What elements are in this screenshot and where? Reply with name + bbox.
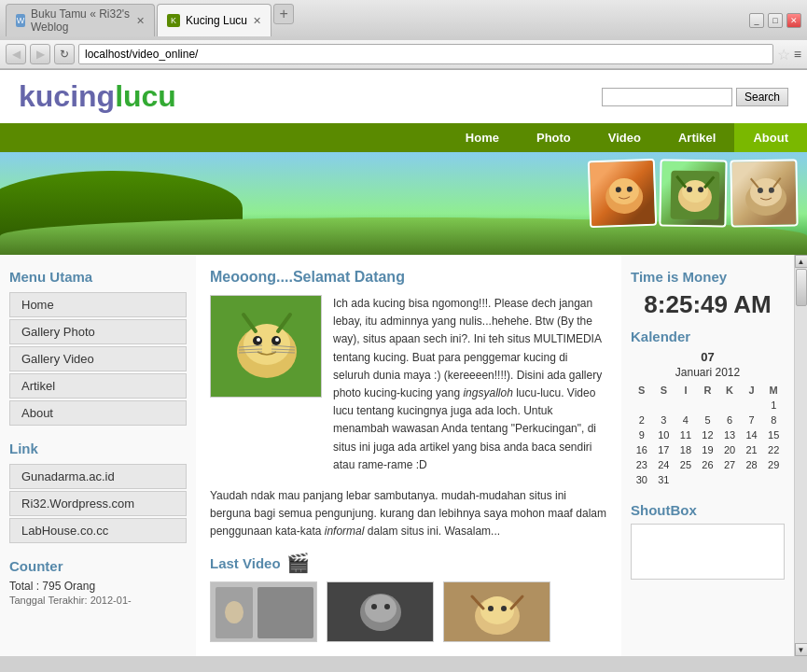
address-bar[interactable] bbox=[78, 44, 773, 64]
cal-week-5: 23242526272829 bbox=[631, 457, 785, 472]
last-video-title: Last Video 🎬 bbox=[210, 552, 607, 574]
tab-1-favicon: W bbox=[16, 14, 25, 27]
cal-header-2: I bbox=[675, 383, 697, 398]
scroll-up-button[interactable]: ▲ bbox=[795, 255, 808, 268]
video-thumb-1[interactable] bbox=[210, 581, 317, 642]
content-title: Meooong....Selamat Datang bbox=[210, 269, 607, 286]
cat-photo-2 bbox=[661, 161, 725, 225]
right-sidebar: Time is Money 8:25:49 AM Kalender 07 Jan… bbox=[621, 255, 794, 656]
close-button[interactable]: ✕ bbox=[786, 13, 801, 28]
shoutbox-area[interactable] bbox=[631, 524, 785, 580]
sidebar-item-about[interactable]: About bbox=[9, 400, 187, 426]
calendar-month: Januari 2012 bbox=[631, 366, 785, 379]
cal-header-4: K bbox=[718, 383, 741, 398]
tools-icon[interactable]: ≡ bbox=[794, 47, 801, 62]
logo-lucu: lucu bbox=[115, 79, 176, 113]
tab-1-label: Buku Tamu « Ri32's Weblog bbox=[31, 7, 131, 34]
cal-header-3: R bbox=[697, 383, 719, 398]
svg-point-19 bbox=[275, 338, 279, 342]
cat-photo-1 bbox=[590, 161, 655, 226]
cal-header-6: M bbox=[762, 383, 785, 398]
tab-2-favicon: K bbox=[167, 14, 180, 27]
menu-section: Menu Utama Home Gallery Photo Gallery Vi… bbox=[9, 269, 187, 426]
time-display: 8:25:49 AM bbox=[631, 290, 785, 319]
cal-week-3: 9101112131415 bbox=[631, 427, 785, 442]
search-button[interactable]: Search bbox=[736, 88, 788, 106]
maximize-button[interactable]: □ bbox=[768, 13, 783, 28]
hero-banner bbox=[0, 152, 807, 255]
tab-1-close[interactable]: ✕ bbox=[136, 15, 145, 27]
cal-header-5: J bbox=[741, 383, 763, 398]
sidebar-item-home[interactable]: Home bbox=[9, 292, 187, 317]
scroll-track[interactable] bbox=[795, 268, 808, 643]
counter-total: Total : 795 Orang bbox=[9, 580, 187, 593]
website: kucinglucu Search Home Photo Video Artik… bbox=[0, 70, 807, 656]
hero-image-1 bbox=[588, 159, 657, 228]
calendar-table: S S I R K J M 1 bbox=[631, 383, 785, 487]
scrollbar[interactable]: ▲ ▼ bbox=[794, 255, 807, 656]
nav-bar: ◀ ▶ ↻ ☆ ≡ bbox=[0, 40, 807, 69]
nav-about[interactable]: About bbox=[734, 123, 807, 152]
content-text: Ich ada kucing bisa ngomong!!!. Please d… bbox=[333, 295, 607, 474]
link-ri32[interactable]: Ri32.Wordpress.com bbox=[9, 491, 187, 516]
content-body: Ich ada kucing bisa ngomong!!!. Please d… bbox=[210, 295, 607, 474]
video-thumb-2[interactable] bbox=[327, 581, 434, 642]
nav-photo[interactable]: Photo bbox=[518, 123, 590, 152]
cal-week-2: 2345678 bbox=[631, 413, 785, 427]
link-gunadarma[interactable]: Gunadarma.ac.id bbox=[9, 464, 187, 489]
search-input[interactable] bbox=[602, 88, 732, 106]
video-icon: 🎬 bbox=[286, 552, 310, 574]
svg-point-15 bbox=[243, 324, 290, 365]
svg-point-32 bbox=[365, 595, 397, 623]
cal-header-1: S bbox=[653, 383, 675, 398]
counter-section: Counter Total : 795 Orang Tanggal Terakh… bbox=[9, 558, 187, 606]
menu-title: Menu Utama bbox=[9, 269, 187, 285]
tab-2-label: Kucing Lucu bbox=[186, 14, 247, 27]
scroll-down-button[interactable]: ▼ bbox=[795, 643, 808, 656]
nav-video[interactable]: Video bbox=[590, 123, 660, 152]
header-search: Search bbox=[602, 88, 788, 106]
scroll-thumb[interactable] bbox=[796, 269, 807, 306]
hero-image-2 bbox=[659, 159, 727, 227]
tab-1[interactable]: W Buku Tamu « Ri32's Weblog ✕ bbox=[6, 4, 155, 36]
svg-point-39 bbox=[501, 606, 507, 611]
main-content: Meooong....Selamat Datang bbox=[196, 255, 621, 656]
forward-button[interactable]: ▶ bbox=[30, 44, 50, 64]
bookmark-icon[interactable]: ☆ bbox=[777, 46, 790, 63]
svg-point-34 bbox=[384, 604, 390, 609]
svg-point-38 bbox=[488, 606, 494, 611]
video-thumb-3[interactable] bbox=[443, 581, 550, 642]
site-header: kucinglucu Search bbox=[0, 70, 807, 123]
reload-button[interactable]: ↻ bbox=[54, 44, 75, 64]
tab-2[interactable]: K Kucing Lucu ✕ bbox=[157, 4, 271, 36]
cal-week-1: 1 bbox=[631, 398, 785, 413]
sidebar-item-gallery-video[interactable]: Gallery Video bbox=[9, 346, 187, 371]
nav-home[interactable]: Home bbox=[447, 123, 518, 152]
link-section: Link Gunadarma.ac.id Ri32.Wordpress.com … bbox=[9, 441, 187, 543]
tab-2-close[interactable]: ✕ bbox=[253, 15, 261, 27]
cat-photo-3 bbox=[731, 161, 796, 225]
video-thumbnails bbox=[210, 581, 607, 642]
sidebar-item-artikel[interactable]: Artikel bbox=[9, 373, 187, 399]
back-button[interactable]: ◀ bbox=[6, 44, 26, 64]
time-title: Time is Money bbox=[631, 269, 785, 285]
logo-kucing: kucing bbox=[19, 79, 115, 113]
left-sidebar: Menu Utama Home Gallery Photo Gallery Vi… bbox=[0, 255, 196, 656]
calendar-section: Kalender 07 Januari 2012 S S I R K J M bbox=[631, 329, 785, 487]
svg-point-18 bbox=[257, 338, 260, 342]
sidebar-links: Gunadarma.ac.id Ri32.Wordpress.com LabHo… bbox=[9, 464, 187, 543]
new-tab-button[interactable]: + bbox=[273, 4, 294, 24]
hero-images bbox=[589, 160, 798, 227]
link-labhouse[interactable]: LabHouse.co.cc bbox=[9, 518, 187, 543]
sidebar-item-gallery-photo[interactable]: Gallery Photo bbox=[9, 319, 187, 344]
nav-artikel[interactable]: Artikel bbox=[660, 123, 734, 152]
hero-image-3 bbox=[730, 159, 798, 227]
minimize-button[interactable]: _ bbox=[749, 13, 764, 28]
svg-rect-28 bbox=[257, 587, 313, 638]
shoutbox-title: ShoutBox bbox=[631, 502, 785, 518]
counter-title: Counter bbox=[9, 558, 187, 574]
svg-point-37 bbox=[480, 596, 514, 624]
site-container: Menu Utama Home Gallery Photo Gallery Vi… bbox=[0, 255, 807, 656]
svg-point-33 bbox=[371, 604, 377, 609]
tab-bar: W Buku Tamu « Ri32's Weblog ✕ K Kucing L… bbox=[6, 4, 742, 36]
